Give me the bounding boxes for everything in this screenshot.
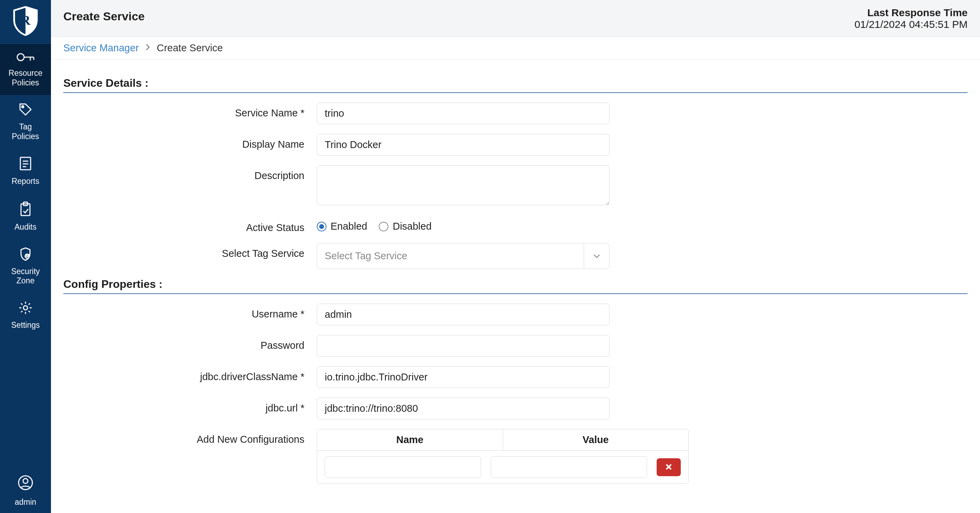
user-icon <box>18 475 33 493</box>
description-label: Description <box>64 165 304 181</box>
section-config-properties: Config Properties : <box>64 278 967 294</box>
config-col-value: Value <box>503 429 689 450</box>
breadcrumb-root-link[interactable]: Service Manager <box>64 42 139 54</box>
topbar: Create Service Last Response Time 01/21/… <box>51 0 980 37</box>
sidebar-item-label: Security Zone <box>11 267 40 286</box>
add-config-label: Add New Configurations <box>64 429 304 445</box>
chevron-down-icon <box>584 243 609 268</box>
sidebar-item-audits[interactable]: Audits <box>0 194 51 240</box>
password-input[interactable] <box>317 335 609 357</box>
username-label: Username * <box>64 304 304 320</box>
tag-service-select[interactable]: Select Tag Service <box>317 243 609 269</box>
service-name-input[interactable] <box>317 103 609 124</box>
config-table: Name Value <box>317 429 689 484</box>
radio-unchecked-icon <box>379 222 388 231</box>
sidebar-user-label: admin <box>15 497 37 507</box>
sidebar-item-reports[interactable]: Reports <box>0 149 51 194</box>
config-delete-button[interactable] <box>657 458 681 476</box>
driver-input[interactable] <box>317 366 609 388</box>
section-service-details: Service Details : <box>64 77 967 93</box>
sidebar-item-label: Resource Policies <box>9 68 42 87</box>
chevron-right-icon <box>145 42 151 54</box>
description-textarea[interactable] <box>317 165 609 205</box>
sidebar-user[interactable]: admin <box>0 467 51 513</box>
sidebar-item-label: Reports <box>12 176 40 186</box>
username-input[interactable] <box>317 304 609 326</box>
last-response-value: 01/21/2024 04:45:51 PM <box>854 19 967 30</box>
clipboard-icon <box>19 202 32 219</box>
svg-point-5 <box>22 106 24 108</box>
sidebar-item-resource-policies[interactable]: Resource Policies <box>0 44 51 95</box>
active-status-enabled-radio[interactable]: Enabled <box>317 221 367 232</box>
tag-icon <box>19 103 32 119</box>
url-input[interactable] <box>317 398 609 419</box>
sidebar-item-security-zone[interactable]: Security Zone <box>0 240 51 293</box>
radio-checked-icon <box>317 222 326 231</box>
last-response-time: Last Response Time 01/21/2024 04:45:51 P… <box>854 7 967 30</box>
radio-label: Enabled <box>331 221 367 232</box>
config-row <box>317 451 688 483</box>
service-name-label: Service Name * <box>64 103 304 119</box>
driver-label: jdbc.driverClassName * <box>64 366 304 383</box>
report-icon <box>19 156 32 173</box>
logo-icon: R <box>12 0 39 44</box>
svg-rect-13 <box>26 255 28 256</box>
active-status-label: Active Status <box>64 217 304 233</box>
form-content: Service Details : Service Name * Display… <box>51 60 980 513</box>
display-name-label: Display Name <box>64 134 304 150</box>
breadcrumb-current: Create Service <box>157 42 223 54</box>
display-name-input[interactable] <box>317 134 609 156</box>
svg-text:R: R <box>21 13 31 28</box>
tag-service-label: Select Tag Service <box>64 243 304 259</box>
sidebar: R Resource Policies Tag Polic <box>0 0 51 513</box>
svg-point-14 <box>24 306 27 310</box>
config-col-name: Name <box>317 429 503 450</box>
password-label: Password <box>64 335 304 351</box>
page-title: Create Service <box>64 10 145 23</box>
config-name-input[interactable] <box>325 456 481 478</box>
svg-point-1 <box>17 54 24 60</box>
close-icon <box>665 461 673 473</box>
sidebar-item-label: Audits <box>14 222 37 232</box>
sidebar-item-label: Settings <box>11 321 40 330</box>
radio-label: Disabled <box>393 221 431 232</box>
main: Create Service Last Response Time 01/21/… <box>51 0 980 513</box>
sidebar-item-settings[interactable]: Settings <box>0 293 51 338</box>
key-icon <box>16 52 35 65</box>
gear-icon <box>19 301 32 317</box>
sidebar-item-tag-policies[interactable]: Tag Policies <box>0 95 51 149</box>
tag-service-placeholder: Select Tag Service <box>317 250 415 262</box>
svg-point-16 <box>23 478 28 483</box>
breadcrumb: Service Manager Create Service <box>51 37 980 60</box>
config-value-input[interactable] <box>491 456 647 478</box>
active-status-disabled-radio[interactable]: Disabled <box>379 221 431 232</box>
shield-icon <box>20 247 31 264</box>
url-label: jdbc.url * <box>64 398 304 414</box>
active-status-radio-group: Enabled Disabled <box>317 217 609 232</box>
sidebar-item-label: Tag Policies <box>12 122 39 141</box>
last-response-label: Last Response Time <box>854 7 967 19</box>
